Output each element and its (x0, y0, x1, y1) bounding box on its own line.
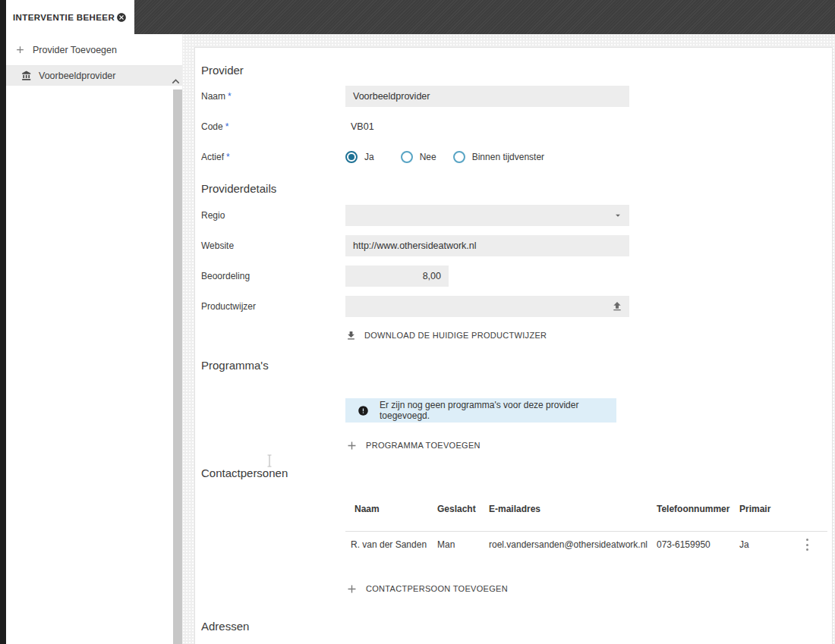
infobox-message: Er zijn nog geen programma's voor deze p… (380, 400, 616, 421)
contacts-table-header: Naam Geslacht E-mailadres Telefoonnummer… (345, 495, 827, 523)
chevron-up-icon[interactable] (169, 74, 183, 89)
beoordeling-input[interactable] (345, 265, 449, 287)
code-label: Code* (201, 121, 345, 132)
cell-emailadres: roel.vandersanden@othersideatwork.nl (489, 539, 657, 550)
tab-close-icon[interactable] (116, 12, 127, 23)
table-row: R. van der Sanden Man roel.vandersanden@… (345, 532, 827, 558)
programma-add-row: PROGRAMMA TOEVOEGEN (345, 435, 832, 456)
cell-primair: Ja (739, 539, 796, 550)
form-row-naam: Naam* (201, 81, 832, 112)
sidebar-item-provider-toevoegen[interactable]: Provider Toevoegen (6, 34, 182, 66)
required-asterisk: * (226, 152, 230, 162)
regio-select[interactable] (345, 205, 629, 226)
section-title-programmas: Programma's (201, 359, 832, 372)
column-header-emailadres: E-mailadres (489, 504, 657, 514)
download-productwijzer-button[interactable]: DOWNLOAD DE HUIDIGE PRODUCTWIJZER (345, 330, 547, 341)
plus-icon (345, 583, 358, 595)
sidebar-scrollbar[interactable] (173, 90, 182, 644)
cell-naam: R. van der Sanden (345, 539, 437, 550)
contactpersoon-toevoegen-label: CONTACTPERSOON TOEVOEGEN (366, 584, 508, 593)
radio-button[interactable] (401, 151, 413, 163)
radio-option-ja[interactable]: Ja (345, 151, 374, 163)
section-title-providerdetails: Providerdetails (201, 182, 832, 196)
form-row-regio: Regio (201, 200, 832, 231)
website-input[interactable] (345, 235, 629, 256)
form-row-productwijzer: Productwijzer (201, 291, 832, 322)
chevron-down-icon (613, 210, 623, 221)
actief-radio-group: Ja Nee Binnen tijdvenster (345, 151, 544, 163)
website-label: Website (201, 240, 345, 251)
form-row-code: Code* VB01 (201, 112, 832, 142)
download-label: DOWNLOAD DE HUIDIGE PRODUCTWIJZER (364, 331, 547, 340)
radio-button[interactable] (453, 151, 465, 163)
sidebar-item-label: Voorbeeldprovider (39, 71, 115, 81)
radio-button-checked[interactable] (345, 151, 358, 163)
radio-option-nee[interactable]: Nee (401, 151, 436, 163)
required-asterisk: * (225, 121, 229, 132)
naam-input[interactable] (345, 86, 629, 107)
productwijzer-label: Productwijzer (201, 301, 345, 312)
section-title-provider: Provider (201, 64, 832, 77)
column-header-primair: Primair (739, 504, 796, 514)
radio-label: Nee (420, 152, 436, 162)
productwijzer-file-field[interactable] (345, 296, 629, 317)
sidebar-item-label: Provider Toevoegen (33, 45, 117, 55)
column-header-naam: Naam (345, 504, 437, 514)
text-cursor-pointer (266, 454, 273, 467)
plus-icon (345, 439, 358, 452)
cell-telefoonnummer: 073-6159950 (657, 539, 739, 550)
regio-label: Regio (201, 210, 345, 221)
radio-label: Binnen tijdvenster (472, 152, 544, 162)
info-icon (358, 405, 369, 416)
form-row-website: Website (201, 231, 832, 261)
row-actions (796, 539, 818, 551)
kebab-menu-icon[interactable] (805, 539, 808, 551)
form-row-beoordeling: Beoordeling (201, 261, 832, 291)
actief-label: Actief* (201, 152, 345, 162)
naam-label: Naam* (201, 91, 345, 102)
cell-geslacht: Man (437, 539, 489, 550)
contactpersoon-toevoegen-button[interactable]: CONTACTPERSOON TOEVOEGEN (345, 583, 508, 595)
upload-icon[interactable] (611, 300, 623, 313)
programmas-empty-infobox: Er zijn nog geen programma's voor deze p… (345, 398, 616, 423)
beoordeling-label: Beoordeling (201, 271, 345, 281)
code-value: VB01 (345, 121, 374, 132)
download-icon (345, 330, 357, 341)
plus-icon (14, 44, 26, 55)
sidebar: Provider Toevoegen Voorbeeldprovider (6, 34, 182, 644)
required-asterisk: * (228, 91, 232, 102)
column-header-geslacht: Geslacht (437, 504, 489, 514)
column-header-telefoonnummer: Telefoonnummer (657, 504, 739, 514)
contact-add-row: CONTACTPERSOON TOEVOEGEN (345, 578, 832, 599)
provider-form-card: Provider Naam* Code* VB01 Actief* Ja Nee… (194, 47, 833, 644)
radio-option-binnen-tijdvenster[interactable]: Binnen tijdvenster (453, 151, 544, 163)
programma-toevoegen-button[interactable]: PROGRAMMA TOEVOEGEN (345, 439, 481, 452)
bank-icon (21, 71, 32, 81)
form-row-actief: Actief* Ja Nee Binnen tijdvenster (201, 142, 832, 172)
tab-interventie-beheer[interactable]: INTERVENTIE BEHEER (6, 0, 134, 34)
tab-title: INTERVENTIE BEHEER (13, 13, 116, 22)
window-left-edge (0, 0, 6, 644)
contacts-table: Naam Geslacht E-mailadres Telefoonnummer… (345, 495, 827, 558)
sidebar-item-voorbeeldprovider[interactable]: Voorbeeldprovider (6, 66, 182, 86)
section-title-contactpersonen: Contactpersonen (201, 467, 832, 480)
programma-toevoegen-label: PROGRAMMA TOEVOEGEN (366, 441, 481, 450)
section-title-adressen: Adressen (201, 620, 832, 633)
radio-label: Ja (364, 152, 374, 162)
download-row: DOWNLOAD DE HUIDIGE PRODUCTWIJZER (345, 322, 832, 349)
